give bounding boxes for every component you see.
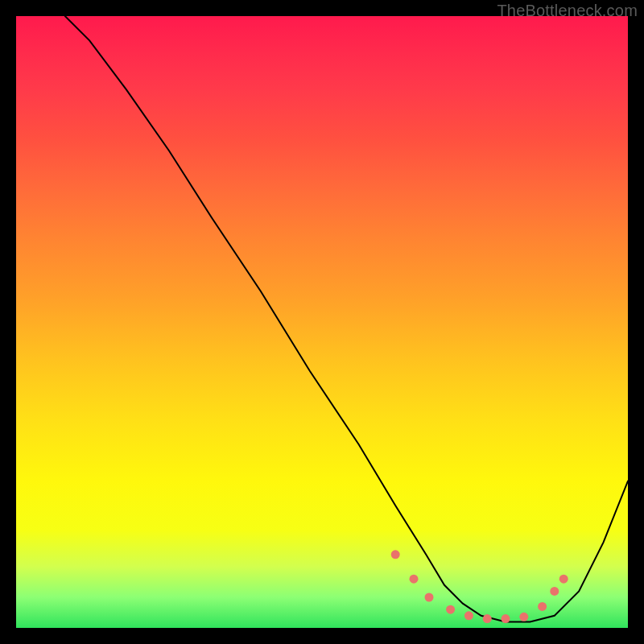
chart-frame: TheBottleneck.com: [0, 0, 644, 644]
marker-dot: [550, 587, 559, 596]
marker-dot: [425, 593, 434, 602]
marker-dot: [519, 613, 528, 621]
marker-dot: [391, 550, 400, 559]
bottleneck-curve-path: [65, 16, 628, 621]
marker-dot: [483, 614, 492, 623]
watermark-text: TheBottleneck.com: [497, 2, 638, 20]
marker-dot: [538, 602, 547, 611]
marker-dot: [502, 614, 510, 623]
marker-dot: [446, 605, 455, 614]
plot-area: [16, 16, 628, 628]
marker-group: [391, 550, 568, 623]
chart-svg: [16, 16, 628, 628]
marker-dot: [464, 611, 473, 620]
marker-dot: [559, 575, 568, 584]
marker-dot: [410, 575, 419, 584]
